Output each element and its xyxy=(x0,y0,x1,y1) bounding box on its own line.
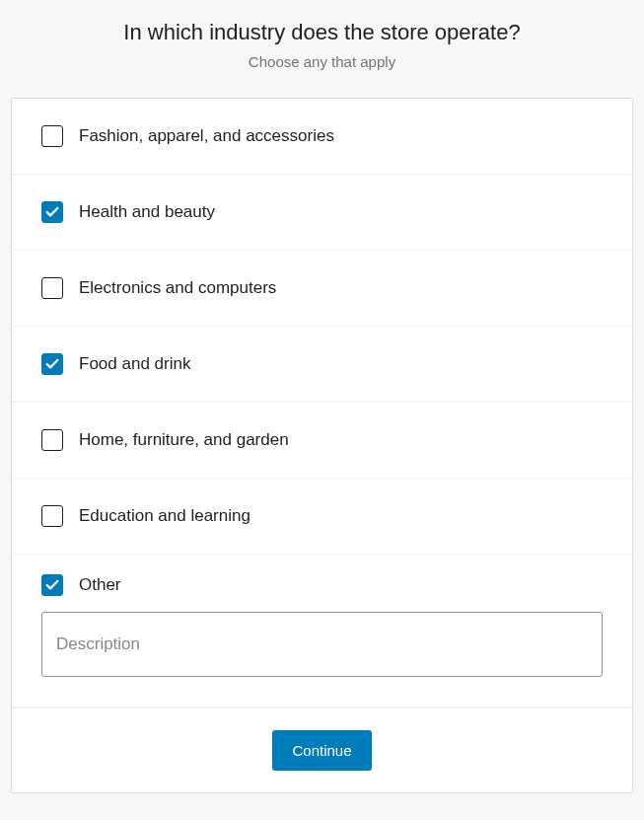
option-fashion[interactable]: Fashion, apparel, and accessories xyxy=(12,99,632,175)
check-icon xyxy=(44,577,60,593)
checkbox-other[interactable] xyxy=(41,574,63,596)
option-label: Other xyxy=(79,575,121,595)
option-other[interactable]: Other xyxy=(12,555,632,708)
option-label: Fashion, apparel, and accessories xyxy=(79,126,334,146)
checkbox-fashion[interactable] xyxy=(41,125,63,147)
checkbox-health[interactable] xyxy=(41,201,63,223)
option-electronics[interactable]: Electronics and computers xyxy=(12,251,632,327)
checkbox-food[interactable] xyxy=(41,353,63,375)
checkbox-home[interactable] xyxy=(41,429,63,451)
checkbox-education[interactable] xyxy=(41,505,63,527)
description-input[interactable] xyxy=(41,612,603,677)
option-label: Food and drink xyxy=(79,354,190,374)
check-icon xyxy=(44,356,60,372)
page-header: In which industry does the store operate… xyxy=(0,0,644,86)
option-home[interactable]: Home, furniture, and garden xyxy=(12,403,632,479)
industry-card: Fashion, apparel, and accessories Health… xyxy=(11,98,633,793)
page-subtitle: Choose any that apply xyxy=(0,53,644,70)
option-label: Health and beauty xyxy=(79,202,215,222)
check-icon xyxy=(44,204,60,220)
option-label: Home, furniture, and garden xyxy=(79,430,289,450)
option-label: Education and learning xyxy=(79,506,250,526)
page-title: In which industry does the store operate… xyxy=(0,20,644,45)
option-other-inner: Other xyxy=(41,574,603,596)
option-education[interactable]: Education and learning xyxy=(12,479,632,555)
option-food[interactable]: Food and drink xyxy=(12,327,632,403)
option-label: Electronics and computers xyxy=(79,278,276,298)
continue-button[interactable]: Continue xyxy=(272,730,371,771)
checkbox-electronics[interactable] xyxy=(41,277,63,299)
card-footer: Continue xyxy=(12,708,632,792)
option-health[interactable]: Health and beauty xyxy=(12,175,632,251)
